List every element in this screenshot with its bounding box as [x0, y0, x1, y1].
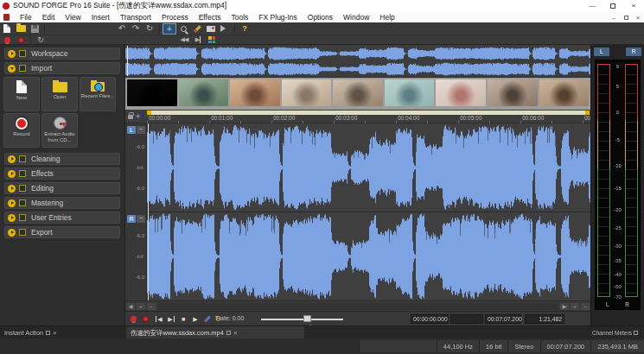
tab-channel-meters[interactable]: Channel Meters: [590, 326, 644, 339]
video-frame-thumbnail[interactable]: [230, 79, 280, 106]
selection-time-field[interactable]: [450, 314, 483, 324]
right-channel-waveform-canvas[interactable]: [147, 212, 590, 300]
mdi-minimize-button[interactable]: –: [608, 15, 620, 21]
import-extract-audio-from-cd[interactable]: Extract Audio from CD...: [41, 113, 78, 148]
menu-process[interactable]: Process: [156, 13, 194, 22]
float-icon[interactable]: [46, 331, 50, 335]
waveform-overview[interactable]: [125, 45, 590, 78]
mdi-close-button[interactable]: ×: [632, 15, 644, 21]
close-icon[interactable]: ×: [233, 330, 238, 337]
regions-button[interactable]: [205, 35, 219, 46]
time-zoom-out-button[interactable]: −: [580, 302, 590, 311]
minimize-button[interactable]: —: [582, 0, 603, 12]
undo-button[interactable]: ↶: [115, 23, 129, 35]
scroll-right-button[interactable]: ▶: [559, 302, 570, 311]
record-transport-button[interactable]: [139, 314, 151, 324]
sidebar-section-user-entries[interactable]: User Entries: [4, 212, 120, 224]
restore-icon[interactable]: [226, 331, 231, 335]
record-remote-button[interactable]: [127, 314, 139, 324]
length-field[interactable]: 1:21,482: [525, 314, 564, 324]
mdi-restore-button[interactable]: [620, 15, 632, 21]
video-frame-thumbnail[interactable]: [282, 79, 332, 106]
video-frame-thumbnail[interactable]: [488, 79, 538, 106]
record-button[interactable]: [14, 35, 28, 46]
menu-help[interactable]: Help: [374, 13, 399, 22]
left-channel-waveform-canvas[interactable]: [147, 123, 590, 212]
play-button[interactable]: ▶: [189, 314, 201, 324]
sidebar-section-effects[interactable]: Effects: [4, 168, 120, 180]
video-frame-thumbnail[interactable]: [385, 79, 435, 106]
cursor-time-field[interactable]: 00:00:00.000: [411, 314, 449, 324]
repeat-button[interactable]: ↻: [143, 23, 156, 35]
lock-icon[interactable]: [128, 115, 133, 119]
rate-slider[interactable]: [261, 319, 343, 320]
sidebar-section-cleaning[interactable]: Cleaning: [4, 153, 120, 165]
import-new[interactable]: New: [3, 77, 40, 111]
move-crosshair-icon[interactable]: +: [136, 113, 140, 120]
stereo-waveform[interactable]: [147, 123, 590, 300]
menu-transport[interactable]: Transport: [115, 13, 156, 22]
redo-button[interactable]: ↷: [129, 23, 143, 35]
close-button[interactable]: ×: [623, 0, 644, 12]
video-frame-thumbnail[interactable]: [436, 79, 486, 106]
overview-waveform-canvas[interactable]: [125, 46, 590, 77]
menu-insert[interactable]: Insert: [86, 13, 115, 22]
pencil-tool-button[interactable]: [190, 23, 204, 35]
scrollbar-track[interactable]: [157, 303, 558, 310]
zoom-in-left-button[interactable]: +: [136, 302, 146, 311]
save-button[interactable]: [28, 23, 41, 35]
menu-file[interactable]: File: [15, 13, 37, 22]
scroll-left-button[interactable]: ◀: [125, 302, 136, 311]
stop-button[interactable]: ■: [177, 314, 189, 324]
edit-tool-button[interactable]: +: [163, 23, 176, 35]
new-button[interactable]: [0, 23, 14, 35]
sidebar-section-editing[interactable]: Editing: [4, 182, 120, 194]
go-to-start-transport-button[interactable]: ◀: [153, 314, 165, 324]
open-button[interactable]: [14, 23, 28, 35]
import-record[interactable]: Record: [3, 113, 40, 148]
left-channel-button[interactable]: L: [127, 126, 136, 134]
zoom-out-left-button[interactable]: −: [146, 302, 156, 311]
menu-effects[interactable]: Effects: [194, 13, 226, 22]
sidebar-section-workspace[interactable]: Workspace: [4, 47, 120, 60]
waveform-editor[interactable]: L − -6.0 -Inf. -6.0 R − -6.0 -Inf. -6.0: [125, 123, 590, 300]
video-filmstrip[interactable]: [125, 78, 590, 110]
menu-view[interactable]: View: [60, 13, 86, 22]
magnify-tool-button[interactable]: [176, 23, 190, 35]
sidebar-section-mastering[interactable]: Mastering: [4, 197, 120, 209]
restore-button[interactable]: [603, 0, 623, 12]
time-zoom-in-button[interactable]: +: [570, 302, 580, 311]
right-channel-button[interactable]: R: [127, 215, 136, 223]
close-icon[interactable]: ×: [53, 330, 57, 337]
meter-right-button[interactable]: R: [626, 47, 641, 56]
menu-fx-plug-ins[interactable]: FX Plug-Ins: [253, 13, 302, 22]
left-channel-minimize-button[interactable]: −: [137, 126, 145, 134]
import-open[interactable]: Open: [41, 77, 78, 111]
menu-edit[interactable]: Edit: [37, 13, 61, 22]
menu-options[interactable]: Options: [303, 13, 338, 22]
video-frame-thumbnail[interactable]: [539, 79, 590, 106]
video-frame-thumbnail[interactable]: [179, 79, 229, 106]
event-tool-button[interactable]: [218, 23, 232, 35]
record-device-button[interactable]: [0, 35, 14, 46]
tab-instant-action[interactable]: Instant Action ×: [0, 326, 114, 339]
float-icon[interactable]: [634, 331, 638, 335]
envelope-tool-button[interactable]: [204, 23, 218, 35]
rate-slider-handle[interactable]: [303, 315, 311, 322]
right-channel-minimize-button[interactable]: −: [137, 215, 145, 223]
go-to-start-button[interactable]: ◀◀: [177, 35, 191, 46]
sidebar-section-import[interactable]: Import: [4, 62, 120, 74]
time-ruler[interactable]: + 00:00:0000:01:0000:02:0000:03:0000:04:…: [125, 110, 590, 123]
end-time-field[interactable]: 00:07:07.200: [485, 314, 521, 324]
tab-document[interactable]: 伤速的安详www.ssdax.com.mp4 ×: [126, 326, 304, 339]
help-button[interactable]: ?: [238, 23, 252, 35]
import-recent-files[interactable]: Recent Files...: [80, 77, 116, 111]
go-to-end-button[interactable]: ▶: [191, 35, 205, 46]
sidebar-section-export[interactable]: Export: [4, 226, 120, 238]
go-to-end-transport-button[interactable]: ▶: [165, 314, 177, 324]
video-frame-thumbnail[interactable]: [333, 79, 383, 106]
meter-left-button[interactable]: L: [594, 47, 609, 56]
loop-playback-button[interactable]: ↻: [34, 35, 48, 46]
menu-window[interactable]: Window: [338, 13, 374, 22]
video-frame-thumbnail[interactable]: [127, 79, 177, 106]
